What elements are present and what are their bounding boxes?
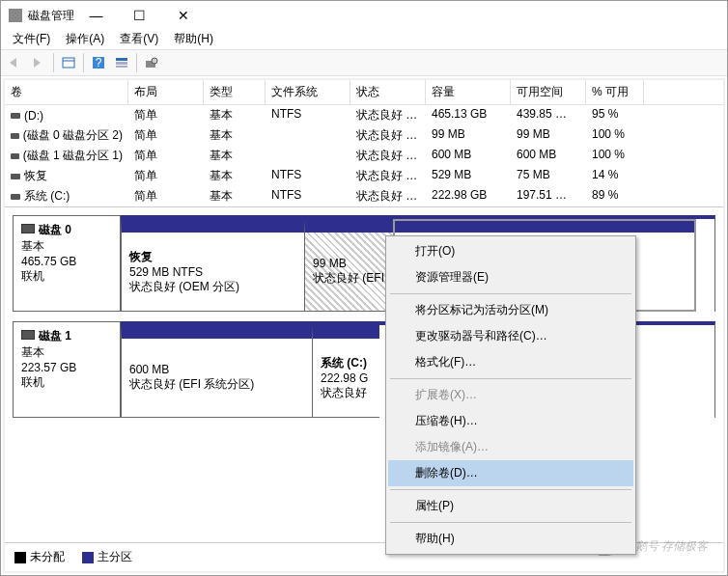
ctx-delete-volume[interactable]: 删除卷(D)…	[388, 460, 633, 486]
ctx-separator	[390, 378, 631, 379]
disk-info[interactable]: 磁盘 0基本465.75 GB联机	[13, 215, 121, 312]
legend-primary: 主分区	[82, 549, 132, 565]
toolbar: ?	[1, 49, 727, 76]
disk-info[interactable]: 磁盘 1基本223.57 GB联机	[13, 321, 121, 418]
ctx-mark-active[interactable]: 将分区标记为活动分区(M)	[388, 297, 633, 323]
menu-view[interactable]: 查看(V)	[112, 29, 166, 49]
legend-unalloc: 未分配	[14, 549, 65, 565]
window-title: 磁盘管理	[28, 8, 74, 24]
toolbar-separator	[136, 53, 137, 72]
volume-icon	[11, 133, 19, 139]
context-menu: 打开(O) 资源管理器(E) 将分区标记为活动分区(M) 更改驱动器号和路径(C…	[385, 235, 636, 555]
ctx-separator	[390, 522, 631, 523]
volume-table-body: (D:)简单基本NTFS状态良好 (…465.13 GB439.85 …95 %…	[5, 105, 723, 206]
ctx-help[interactable]: 帮助(H)	[388, 526, 633, 552]
ctx-explorer[interactable]: 资源管理器(E)	[388, 264, 633, 290]
ctx-format[interactable]: 格式化(F)…	[388, 349, 633, 375]
volume-icon	[11, 174, 20, 179]
ctx-open[interactable]: 打开(O)	[388, 238, 633, 264]
close-button[interactable]: ✕	[161, 1, 205, 30]
svg-rect-4	[116, 58, 127, 61]
menu-action[interactable]: 操作(A)	[58, 29, 112, 49]
volume-icon	[11, 113, 20, 119]
volume-row[interactable]: 恢复简单基本NTFS状态良好 (…529 MB75 MB14 %	[5, 166, 723, 186]
volume-row[interactable]: (D:)简单基本NTFS状态良好 (…465.13 GB439.85 …95 %	[5, 105, 723, 125]
svg-rect-0	[63, 58, 74, 68]
volume-row[interactable]: (磁盘 0 磁盘分区 2)简单基本状态良好 (…99 MB99 MB100 %	[5, 125, 723, 146]
ctx-separator	[390, 293, 631, 294]
disk-icon	[21, 330, 35, 340]
ctx-shrink[interactable]: 压缩卷(H)…	[388, 408, 633, 434]
maximize-button[interactable]: ☐	[118, 1, 161, 30]
menu-help[interactable]: 帮助(H)	[166, 29, 221, 49]
volume-icon	[11, 194, 20, 200]
col-pct[interactable]: % 可用	[586, 80, 644, 104]
partition[interactable]: 99 MB状态良好 (EFI 系	[304, 219, 393, 312]
col-status[interactable]: 状态	[350, 80, 426, 104]
partition[interactable]: 系统 (C:)222.98 G状态良好	[312, 325, 379, 418]
legend-black-icon	[14, 552, 26, 563]
disk-management-window: 磁盘管理 — ☐ ✕ 文件(F) 操作(A) 查看(V) 帮助(H) ? 卷 布…	[0, 0, 728, 576]
volume-table: 卷 布局 类型 文件系统 状态 容量 可用空间 % 可用 (D:)简单基本NTF…	[5, 80, 723, 207]
col-free[interactable]: 可用空间	[511, 80, 586, 104]
forward-button[interactable]	[28, 52, 49, 73]
ctx-change-letter[interactable]: 更改驱动器号和路径(C)…	[388, 323, 633, 349]
ctx-mirror[interactable]: 添加镜像(A)…	[388, 434, 633, 460]
volume-row[interactable]: (磁盘 1 磁盘分区 1)简单基本状态良好 (…600 MB600 MB100 …	[5, 146, 723, 166]
help-button[interactable]: ?	[88, 52, 109, 73]
view-button[interactable]	[58, 52, 79, 73]
menubar: 文件(F) 操作(A) 查看(V) 帮助(H)	[1, 30, 727, 49]
svg-rect-5	[116, 62, 127, 65]
titlebar: 磁盘管理 — ☐ ✕	[1, 1, 727, 30]
partition[interactable]: 恢复529 MB NTFS状态良好 (OEM 分区)	[121, 219, 304, 312]
volume-icon	[11, 153, 19, 159]
ctx-separator	[390, 489, 631, 490]
properties-button[interactable]	[141, 52, 162, 73]
svg-text:?: ?	[96, 56, 102, 69]
menu-file[interactable]: 文件(F)	[5, 29, 58, 49]
col-volume[interactable]: 卷	[5, 80, 128, 104]
ctx-extend[interactable]: 扩展卷(X)…	[388, 382, 633, 408]
svg-rect-6	[116, 66, 127, 68]
toolbar-separator	[53, 53, 54, 72]
list-button[interactable]	[111, 52, 132, 73]
minimize-button[interactable]: —	[74, 1, 118, 30]
col-capacity[interactable]: 容量	[426, 80, 511, 104]
window-controls: — ☐ ✕	[74, 1, 205, 30]
svg-point-8	[152, 58, 157, 64]
col-layout[interactable]: 布局	[128, 80, 204, 104]
col-fs[interactable]: 文件系统	[266, 80, 350, 104]
partition[interactable]: 600 MB状态良好 (EFI 系统分区)	[121, 325, 312, 418]
volume-table-header: 卷 布局 类型 文件系统 状态 容量 可用空间 % 可用	[5, 80, 723, 105]
legend-blue-icon	[82, 552, 94, 563]
disk-icon	[21, 224, 35, 233]
back-button[interactable]	[5, 52, 26, 73]
col-type[interactable]: 类型	[204, 80, 266, 104]
volume-row[interactable]: 系统 (C:)简单基本NTFS状态良好 (…222.98 GB197.51 …8…	[5, 186, 723, 206]
toolbar-separator	[83, 53, 84, 72]
ctx-properties[interactable]: 属性(P)	[388, 493, 633, 519]
app-icon	[9, 9, 22, 22]
